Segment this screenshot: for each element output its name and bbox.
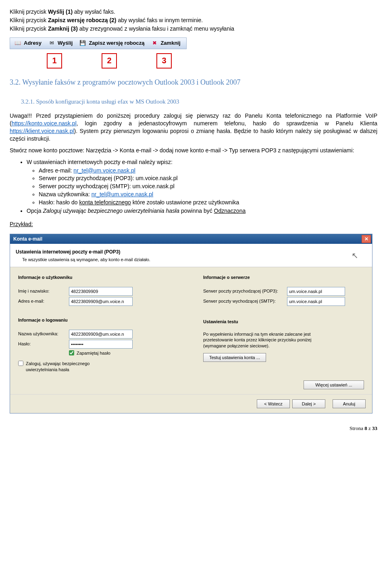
checkbox-remember-label: Zapamiętaj hasło — [77, 350, 110, 356]
callout-3: 3 — [156, 53, 172, 69]
btn-more-settings[interactable]: Więcej ustawień ... — [304, 380, 364, 389]
para-stworz: Stwórz nowe konto pocztowe: Narzędzia ->… — [10, 147, 377, 154]
checkbox-secure-box[interactable] — [18, 361, 23, 366]
link-konto[interactable]: https://konto.voice.nask.pl — [12, 120, 77, 127]
settings-list: W ustawieniach internetowych poczty e-ma… — [27, 158, 377, 215]
send-icon — [48, 39, 55, 47]
list-item: Hasło: hasło do konta telefonicznego któ… — [39, 199, 377, 206]
link-email1[interactable]: nr_tel@um.voice.nask.pl — [73, 167, 135, 174]
dialog-header-main: Ustawienia internetowej poczty e-mail (P… — [16, 249, 366, 255]
label-user: Nazwa użytkownika: — [18, 331, 69, 337]
callout-row: 1 2 3 — [28, 53, 377, 69]
intro-line-2: Kliknij przycisk Zapisz wersję roboczą (… — [10, 17, 377, 24]
check-secureauth[interactable]: Zaloguj, używając bezpiecznego uwierzyte… — [18, 361, 179, 373]
dialog-nav-row: < Wstecz Dalej > Anuluj — [10, 394, 372, 413]
col-left: Informacje o użytkowniku Imię i nazwisko… — [18, 274, 179, 389]
group-title-login: Informacje o logowaniu — [18, 317, 179, 323]
callout-1: 1 — [47, 53, 62, 69]
list-item: Serwer poczty wychodzącej (SMTP): um.voi… — [39, 183, 377, 190]
accounts-dialog: Konta e-mail ✕ Ustawienia internetowej p… — [10, 234, 372, 413]
para-uwaga: Uwaga!!! Przed przystąpieniem do poniższ… — [10, 112, 377, 143]
cursor-icon: ↖ — [352, 250, 358, 261]
checkbox-secure-label: Zaloguj, używając bezpiecznego uwierzyte… — [26, 361, 89, 373]
input-smtp[interactable] — [287, 297, 345, 306]
callout-2: 2 — [102, 53, 117, 69]
toolbar-btn-adresy[interactable]: Adresy — [12, 39, 46, 48]
list-item: Opcja Zaloguj używając bezpiecznego uwie… — [27, 207, 377, 215]
dialog-body: Informacje o użytkowniku Imię i nazwisko… — [10, 267, 372, 394]
check-remember[interactable]: Zapamiętaj hasło — [69, 350, 179, 356]
btn-back[interactable]: < Wstecz — [257, 399, 290, 408]
oe-toolbar: Adresy Wyślij Zapisz wersję roboczą Zamk… — [10, 37, 187, 49]
list-item: Serwer poczty przychodzącej (POP3): um.v… — [39, 175, 377, 182]
toolbar-btn-zamknij[interactable]: Zamknij — [148, 39, 184, 48]
col-right: Informacje o serwerze Serwer poczty przy… — [203, 274, 364, 389]
intro-line-3: Kliknij przycisk Zamknij (3) aby zrezygn… — [10, 25, 377, 33]
list-item: Nazwa użytkownika: nr_tel@um.voice.nask.… — [39, 191, 377, 198]
btn-test-settings[interactable]: Testuj ustawienia konta ... — [203, 353, 266, 362]
input-email[interactable] — [69, 297, 133, 306]
dialog-close-button[interactable]: ✕ — [362, 235, 371, 243]
btn-next[interactable]: Dalej > — [292, 399, 325, 408]
input-pop3[interactable] — [287, 287, 345, 296]
dialog-titlebar: Konta e-mail ✕ — [10, 234, 372, 244]
page-footer: Strona 8 z 33 — [10, 425, 377, 432]
input-user[interactable] — [69, 330, 133, 339]
checkbox-remember-box[interactable] — [69, 350, 74, 355]
btn-cancel[interactable]: Anuluj — [333, 399, 366, 408]
label-email: Adres e-mail: — [18, 298, 69, 304]
toolbar-label: Zapisz wersję roboczą — [89, 39, 144, 47]
toolbar-btn-wyslij[interactable]: Wyślij — [46, 39, 77, 48]
dialog-header-sub: Te wszystkie ustawienia są wymagane, aby… — [22, 257, 366, 263]
toolbar-btn-zapisz[interactable]: Zapisz wersję roboczą — [77, 39, 148, 48]
label-pass: Hasło: — [18, 341, 69, 347]
heading-3-2-1: 3.2.1. Sposób konfiguracji konta usługi … — [21, 98, 377, 106]
address-book-icon — [14, 39, 21, 47]
intro-line-1: Kliknij przycisk Wyślij (1) aby wysłać f… — [10, 8, 377, 16]
group-title-test: Ustawienia testu — [203, 319, 364, 325]
close-icon: ✕ — [364, 236, 368, 242]
toolbar-label: Adresy — [24, 39, 42, 47]
list-item: Adres e-mail: nr_tel@um.voice.nask.pl — [39, 167, 377, 175]
group-title-user: Informacje o użytkowniku — [18, 274, 179, 280]
dialog-header: Ustawienia internetowej poczty e-mail (P… — [10, 244, 372, 267]
label-smtp: Serwer poczty wychodzącej (SMTP): — [203, 298, 287, 304]
save-icon — [79, 39, 86, 47]
input-pass[interactable] — [69, 340, 133, 349]
test-desc: Po wypełnieniu informacji na tym ekranie… — [203, 331, 324, 349]
toolbar-label: Wyślij — [58, 39, 73, 47]
link-klient[interactable]: https://klient.voice.nask.pl — [10, 128, 74, 134]
group-title-server: Informacje o serwerze — [203, 274, 364, 280]
toolbar-label: Zamknij — [160, 39, 180, 47]
example-label: Przykład: — [10, 220, 377, 228]
label-pop3: Serwer poczty przychodzącej (POP3): — [203, 288, 287, 294]
heading-3-2: 3.2. Wysyłanie faksów z programów poczto… — [10, 77, 377, 87]
label-name: Imię i nazwisko: — [18, 288, 69, 294]
dialog-title-text: Konta e-mail — [13, 236, 42, 242]
list-item: W ustawieniach internetowych poczty e-ma… — [27, 158, 377, 206]
close-icon — [151, 39, 158, 47]
intro-lines: Kliknij przycisk Wyślij (1) aby wysłać f… — [10, 8, 377, 33]
link-email2[interactable]: nr_tel@um.voice.nask.pl — [92, 191, 154, 197]
input-name[interactable] — [69, 287, 133, 296]
